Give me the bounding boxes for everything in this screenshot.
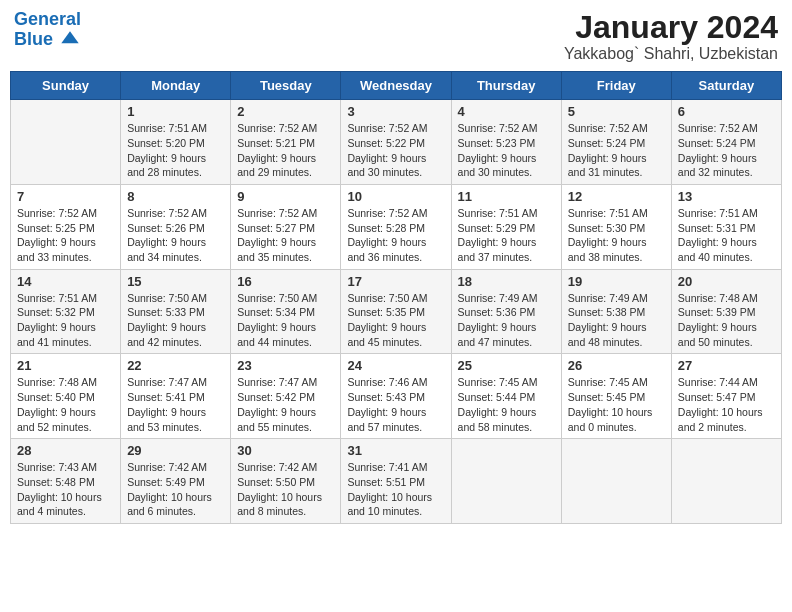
calendar-cell: 22Sunrise: 7:47 AM Sunset: 5:41 PM Dayli… xyxy=(121,354,231,439)
calendar-cell: 15Sunrise: 7:50 AM Sunset: 5:33 PM Dayli… xyxy=(121,269,231,354)
day-number: 14 xyxy=(17,274,114,289)
day-info: Sunrise: 7:52 AM Sunset: 5:21 PM Dayligh… xyxy=(237,121,334,180)
day-info: Sunrise: 7:52 AM Sunset: 5:23 PM Dayligh… xyxy=(458,121,555,180)
page-header: General Blue January 2024 Yakkabog` Shah… xyxy=(10,10,782,63)
calendar-cell: 31Sunrise: 7:41 AM Sunset: 5:51 PM Dayli… xyxy=(341,439,451,524)
day-number: 24 xyxy=(347,358,444,373)
calendar-week-row: 1Sunrise: 7:51 AM Sunset: 5:20 PM Daylig… xyxy=(11,100,782,185)
calendar-cell xyxy=(451,439,561,524)
calendar-cell: 23Sunrise: 7:47 AM Sunset: 5:42 PM Dayli… xyxy=(231,354,341,439)
day-number: 1 xyxy=(127,104,224,119)
day-number: 7 xyxy=(17,189,114,204)
calendar-cell: 28Sunrise: 7:43 AM Sunset: 5:48 PM Dayli… xyxy=(11,439,121,524)
day-number: 23 xyxy=(237,358,334,373)
day-number: 16 xyxy=(237,274,334,289)
calendar-header: SundayMondayTuesdayWednesdayThursdayFrid… xyxy=(11,72,782,100)
weekday-header: Thursday xyxy=(451,72,561,100)
day-number: 12 xyxy=(568,189,665,204)
calendar-table: SundayMondayTuesdayWednesdayThursdayFrid… xyxy=(10,71,782,524)
title-block: January 2024 Yakkabog` Shahri, Uzbekista… xyxy=(564,10,778,63)
day-info: Sunrise: 7:51 AM Sunset: 5:31 PM Dayligh… xyxy=(678,206,775,265)
day-info: Sunrise: 7:52 AM Sunset: 5:22 PM Dayligh… xyxy=(347,121,444,180)
calendar-cell: 10Sunrise: 7:52 AM Sunset: 5:28 PM Dayli… xyxy=(341,184,451,269)
calendar-week-row: 21Sunrise: 7:48 AM Sunset: 5:40 PM Dayli… xyxy=(11,354,782,439)
calendar-cell: 5Sunrise: 7:52 AM Sunset: 5:24 PM Daylig… xyxy=(561,100,671,185)
day-info: Sunrise: 7:47 AM Sunset: 5:41 PM Dayligh… xyxy=(127,375,224,434)
calendar-cell: 17Sunrise: 7:50 AM Sunset: 5:35 PM Dayli… xyxy=(341,269,451,354)
day-number: 8 xyxy=(127,189,224,204)
day-info: Sunrise: 7:42 AM Sunset: 5:50 PM Dayligh… xyxy=(237,460,334,519)
day-number: 29 xyxy=(127,443,224,458)
day-number: 26 xyxy=(568,358,665,373)
day-info: Sunrise: 7:42 AM Sunset: 5:49 PM Dayligh… xyxy=(127,460,224,519)
day-info: Sunrise: 7:48 AM Sunset: 5:40 PM Dayligh… xyxy=(17,375,114,434)
day-number: 21 xyxy=(17,358,114,373)
calendar-cell: 7Sunrise: 7:52 AM Sunset: 5:25 PM Daylig… xyxy=(11,184,121,269)
day-number: 28 xyxy=(17,443,114,458)
calendar-cell: 11Sunrise: 7:51 AM Sunset: 5:29 PM Dayli… xyxy=(451,184,561,269)
day-info: Sunrise: 7:50 AM Sunset: 5:34 PM Dayligh… xyxy=(237,291,334,350)
calendar-cell: 4Sunrise: 7:52 AM Sunset: 5:23 PM Daylig… xyxy=(451,100,561,185)
calendar-cell: 26Sunrise: 7:45 AM Sunset: 5:45 PM Dayli… xyxy=(561,354,671,439)
calendar-subtitle: Yakkabog` Shahri, Uzbekistan xyxy=(564,45,778,63)
day-info: Sunrise: 7:50 AM Sunset: 5:35 PM Dayligh… xyxy=(347,291,444,350)
calendar-week-row: 14Sunrise: 7:51 AM Sunset: 5:32 PM Dayli… xyxy=(11,269,782,354)
day-info: Sunrise: 7:52 AM Sunset: 5:24 PM Dayligh… xyxy=(568,121,665,180)
calendar-cell: 16Sunrise: 7:50 AM Sunset: 5:34 PM Dayli… xyxy=(231,269,341,354)
weekday-header: Monday xyxy=(121,72,231,100)
day-number: 3 xyxy=(347,104,444,119)
logo-icon xyxy=(60,30,80,50)
svg-marker-0 xyxy=(61,31,78,43)
day-number: 13 xyxy=(678,189,775,204)
calendar-cell: 19Sunrise: 7:49 AM Sunset: 5:38 PM Dayli… xyxy=(561,269,671,354)
calendar-cell: 18Sunrise: 7:49 AM Sunset: 5:36 PM Dayli… xyxy=(451,269,561,354)
calendar-cell xyxy=(561,439,671,524)
calendar-cell: 14Sunrise: 7:51 AM Sunset: 5:32 PM Dayli… xyxy=(11,269,121,354)
day-info: Sunrise: 7:41 AM Sunset: 5:51 PM Dayligh… xyxy=(347,460,444,519)
day-info: Sunrise: 7:49 AM Sunset: 5:36 PM Dayligh… xyxy=(458,291,555,350)
day-number: 2 xyxy=(237,104,334,119)
day-info: Sunrise: 7:46 AM Sunset: 5:43 PM Dayligh… xyxy=(347,375,444,434)
day-info: Sunrise: 7:52 AM Sunset: 5:28 PM Dayligh… xyxy=(347,206,444,265)
weekday-header: Friday xyxy=(561,72,671,100)
calendar-cell: 29Sunrise: 7:42 AM Sunset: 5:49 PM Dayli… xyxy=(121,439,231,524)
weekday-header: Tuesday xyxy=(231,72,341,100)
day-number: 20 xyxy=(678,274,775,289)
day-number: 5 xyxy=(568,104,665,119)
day-info: Sunrise: 7:45 AM Sunset: 5:45 PM Dayligh… xyxy=(568,375,665,434)
day-info: Sunrise: 7:50 AM Sunset: 5:33 PM Dayligh… xyxy=(127,291,224,350)
calendar-cell: 1Sunrise: 7:51 AM Sunset: 5:20 PM Daylig… xyxy=(121,100,231,185)
day-number: 17 xyxy=(347,274,444,289)
day-number: 19 xyxy=(568,274,665,289)
logo-text: General Blue xyxy=(14,10,81,50)
day-number: 27 xyxy=(678,358,775,373)
day-info: Sunrise: 7:44 AM Sunset: 5:47 PM Dayligh… xyxy=(678,375,775,434)
calendar-cell: 21Sunrise: 7:48 AM Sunset: 5:40 PM Dayli… xyxy=(11,354,121,439)
day-info: Sunrise: 7:51 AM Sunset: 5:29 PM Dayligh… xyxy=(458,206,555,265)
calendar-cell: 2Sunrise: 7:52 AM Sunset: 5:21 PM Daylig… xyxy=(231,100,341,185)
day-info: Sunrise: 7:45 AM Sunset: 5:44 PM Dayligh… xyxy=(458,375,555,434)
day-number: 11 xyxy=(458,189,555,204)
calendar-cell xyxy=(671,439,781,524)
day-info: Sunrise: 7:51 AM Sunset: 5:20 PM Dayligh… xyxy=(127,121,224,180)
calendar-cell: 13Sunrise: 7:51 AM Sunset: 5:31 PM Dayli… xyxy=(671,184,781,269)
calendar-cell: 9Sunrise: 7:52 AM Sunset: 5:27 PM Daylig… xyxy=(231,184,341,269)
calendar-cell: 27Sunrise: 7:44 AM Sunset: 5:47 PM Dayli… xyxy=(671,354,781,439)
day-info: Sunrise: 7:52 AM Sunset: 5:25 PM Dayligh… xyxy=(17,206,114,265)
calendar-cell: 30Sunrise: 7:42 AM Sunset: 5:50 PM Dayli… xyxy=(231,439,341,524)
day-info: Sunrise: 7:43 AM Sunset: 5:48 PM Dayligh… xyxy=(17,460,114,519)
calendar-cell: 12Sunrise: 7:51 AM Sunset: 5:30 PM Dayli… xyxy=(561,184,671,269)
weekday-header: Sunday xyxy=(11,72,121,100)
day-info: Sunrise: 7:49 AM Sunset: 5:38 PM Dayligh… xyxy=(568,291,665,350)
day-number: 6 xyxy=(678,104,775,119)
day-number: 15 xyxy=(127,274,224,289)
day-info: Sunrise: 7:52 AM Sunset: 5:27 PM Dayligh… xyxy=(237,206,334,265)
calendar-cell: 8Sunrise: 7:52 AM Sunset: 5:26 PM Daylig… xyxy=(121,184,231,269)
calendar-cell: 25Sunrise: 7:45 AM Sunset: 5:44 PM Dayli… xyxy=(451,354,561,439)
day-info: Sunrise: 7:47 AM Sunset: 5:42 PM Dayligh… xyxy=(237,375,334,434)
weekday-row: SundayMondayTuesdayWednesdayThursdayFrid… xyxy=(11,72,782,100)
day-info: Sunrise: 7:52 AM Sunset: 5:24 PM Dayligh… xyxy=(678,121,775,180)
day-number: 22 xyxy=(127,358,224,373)
day-number: 31 xyxy=(347,443,444,458)
calendar-week-row: 7Sunrise: 7:52 AM Sunset: 5:25 PM Daylig… xyxy=(11,184,782,269)
